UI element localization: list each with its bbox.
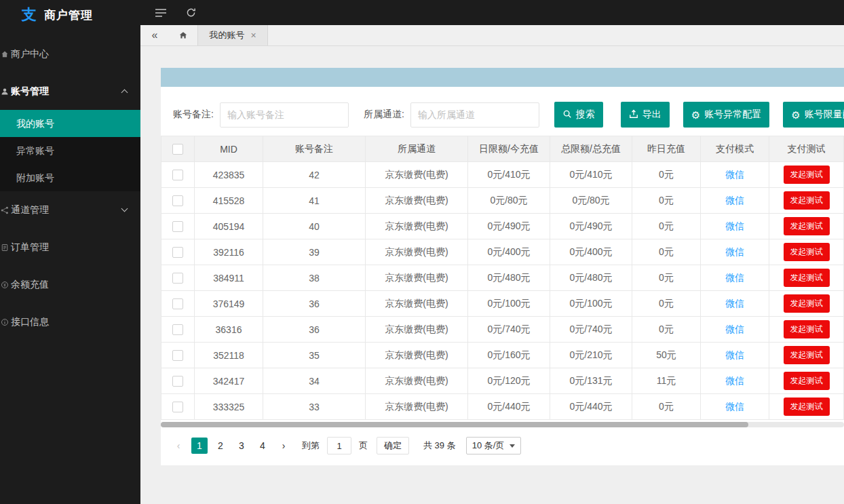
cell-channel: 京东缴费(电费) bbox=[366, 214, 468, 239]
page-number-button[interactable]: 3 bbox=[233, 438, 250, 454]
sidebar-nav: 商户中心 账号管理 我的账号 异常账号 附加账号 通道管理 bbox=[0, 35, 140, 341]
start-test-button[interactable]: 发起测试 bbox=[784, 346, 830, 364]
row-checkbox[interactable] bbox=[172, 170, 183, 180]
notice-banner bbox=[161, 68, 844, 87]
start-test-button[interactable]: 发起测试 bbox=[784, 398, 830, 416]
sidebar-item-abnormal-accounts[interactable]: 异常账号 bbox=[0, 137, 140, 164]
start-test-button[interactable]: 发起测试 bbox=[784, 269, 830, 287]
prev-page-button[interactable]: ‹ bbox=[170, 438, 187, 454]
row-checkbox[interactable] bbox=[172, 273, 183, 284]
cell-daily-limit: 0元/160元 bbox=[468, 343, 550, 368]
row-checkbox[interactable] bbox=[172, 324, 183, 335]
page-number-button[interactable]: 1 bbox=[191, 438, 208, 454]
payment-mode-link[interactable]: 微信 bbox=[701, 343, 769, 368]
col-mid: MID bbox=[195, 136, 263, 162]
page-size-select[interactable]: 10 条/页 bbox=[466, 437, 522, 454]
start-test-button[interactable]: 发起测试 bbox=[784, 320, 830, 338]
chevron-down-icon bbox=[510, 444, 515, 448]
horizontal-scrollbar-track[interactable] bbox=[161, 422, 844, 427]
nav-label: 接口信息 bbox=[11, 316, 49, 328]
next-page-button[interactable]: › bbox=[275, 438, 292, 454]
goto-page-input[interactable] bbox=[327, 437, 351, 454]
payment-mode-link[interactable]: 微信 bbox=[701, 317, 769, 343]
channel-input[interactable] bbox=[410, 102, 539, 128]
sidebar-item-order-management[interactable]: 订单管理 bbox=[0, 229, 140, 266]
row-checkbox[interactable] bbox=[172, 402, 183, 412]
cell-mid: 376149 bbox=[195, 291, 263, 317]
row-checkbox[interactable] bbox=[172, 298, 183, 309]
tab-bar: « 我的账号 × bbox=[140, 25, 844, 46]
remark-input[interactable] bbox=[220, 102, 349, 128]
sidebar-item-balance-recharge[interactable]: 余额充值 bbox=[0, 266, 140, 303]
table-row: 333325 33 京东缴费(电费) 0元/440元 0元/440元 0元 微信… bbox=[161, 394, 844, 420]
search-button[interactable]: 搜索 bbox=[554, 102, 603, 128]
abnormal-config-button[interactable]: ⚙ 账号异常配置 bbox=[683, 102, 769, 128]
pagination: ‹ 1234 › 到第 页 确定 共 39 条 10 条/页 bbox=[161, 427, 844, 459]
start-test-button[interactable]: 发起测试 bbox=[784, 166, 830, 184]
nav-label: 通道管理 bbox=[11, 204, 49, 216]
row-checkbox[interactable] bbox=[172, 221, 183, 232]
cell-total-limit: 0元/740元 bbox=[550, 317, 632, 343]
row-checkbox[interactable] bbox=[172, 247, 183, 258]
sidebar-item-my-accounts[interactable]: 我的账号 bbox=[0, 110, 140, 137]
sidebar-item-channel-management[interactable]: 通道管理 bbox=[0, 191, 140, 229]
cell-mid: 384911 bbox=[195, 265, 263, 291]
start-test-button[interactable]: 发起测试 bbox=[784, 191, 830, 210]
col-channel: 所属通道 bbox=[366, 136, 468, 162]
table-row: 423835 42 京东缴费(电费) 0元/410元 0元/410元 0元 微信… bbox=[161, 162, 844, 188]
payment-mode-link[interactable]: 微信 bbox=[701, 162, 769, 188]
home-tab-icon[interactable] bbox=[169, 25, 197, 45]
horizontal-scrollbar-thumb[interactable] bbox=[161, 422, 748, 427]
export-button[interactable]: 导出 bbox=[621, 102, 670, 128]
cell-remark: 33 bbox=[263, 394, 366, 420]
close-icon[interactable]: × bbox=[250, 31, 256, 40]
cell-yesterday: 0元 bbox=[632, 214, 701, 239]
cell-yesterday: 0元 bbox=[632, 265, 701, 291]
start-test-button[interactable]: 发起测试 bbox=[784, 243, 830, 261]
start-test-button[interactable]: 发起测试 bbox=[784, 294, 830, 313]
col-daily-limit: 日限额/今充值 bbox=[468, 136, 550, 162]
sidebar-item-api-info[interactable]: 接口信息 bbox=[0, 303, 140, 341]
start-test-button[interactable]: 发起测试 bbox=[784, 372, 830, 390]
row-checkbox[interactable] bbox=[172, 350, 183, 361]
payment-mode-link[interactable]: 微信 bbox=[701, 291, 769, 317]
cell-remark: 34 bbox=[263, 368, 366, 394]
confirm-page-button[interactable]: 确定 bbox=[377, 437, 409, 454]
cell-remark: 40 bbox=[263, 214, 366, 239]
payment-mode-link[interactable]: 微信 bbox=[701, 394, 769, 420]
cell-total-limit: 0元/100元 bbox=[550, 291, 632, 317]
limit-config-button[interactable]: ⚙ 账号限量配置 bbox=[783, 102, 844, 128]
sidebar-item-account-management[interactable]: 账号管理 bbox=[0, 73, 140, 110]
tab-my-accounts[interactable]: 我的账号 × bbox=[197, 25, 268, 45]
payment-mode-link[interactable]: 微信 bbox=[701, 368, 769, 394]
select-all-checkbox[interactable] bbox=[172, 144, 183, 155]
row-checkbox[interactable] bbox=[172, 195, 183, 206]
page-number-button[interactable]: 2 bbox=[212, 438, 229, 454]
payment-mode-link[interactable]: 微信 bbox=[701, 214, 769, 239]
table-row: 384911 38 京东缴费(电费) 0元/480元 0元/480元 0元 微信… bbox=[161, 265, 844, 291]
cell-channel: 京东缴费(电费) bbox=[366, 239, 468, 265]
table-row: 376149 36 京东缴费(电费) 0元/100元 0元/100元 0元 微信… bbox=[161, 291, 844, 317]
cell-yesterday: 0元 bbox=[632, 317, 701, 343]
payment-mode-link[interactable]: 微信 bbox=[701, 188, 769, 214]
cell-mid: 405194 bbox=[195, 214, 263, 239]
topbar bbox=[140, 0, 844, 25]
cell-total-limit: 0元/131元 bbox=[550, 368, 632, 394]
cell-yesterday: 0元 bbox=[632, 291, 701, 317]
cell-daily-limit: 0元/100元 bbox=[468, 291, 550, 317]
sidebar-item-merchant-center[interactable]: 商户中心 bbox=[0, 35, 140, 73]
col-remark: 账号备注 bbox=[263, 136, 366, 162]
refresh-icon[interactable] bbox=[186, 7, 196, 18]
sidebar-toggle-icon[interactable] bbox=[155, 8, 167, 18]
col-pay-mode: 支付模式 bbox=[701, 136, 769, 162]
page-number-button[interactable]: 4 bbox=[254, 438, 271, 454]
start-test-button[interactable]: 发起测试 bbox=[784, 217, 830, 235]
collapse-tabs-icon[interactable]: « bbox=[140, 25, 169, 45]
channel-label: 所属通道: bbox=[364, 109, 404, 121]
sidebar-item-additional-accounts[interactable]: 附加账号 bbox=[0, 164, 140, 191]
payment-mode-link[interactable]: 微信 bbox=[701, 239, 769, 265]
payment-mode-link[interactable]: 微信 bbox=[701, 265, 769, 291]
cell-channel: 京东缴费(电费) bbox=[366, 317, 468, 343]
cell-total-limit: 0元/440元 bbox=[550, 394, 632, 420]
row-checkbox[interactable] bbox=[172, 376, 183, 387]
